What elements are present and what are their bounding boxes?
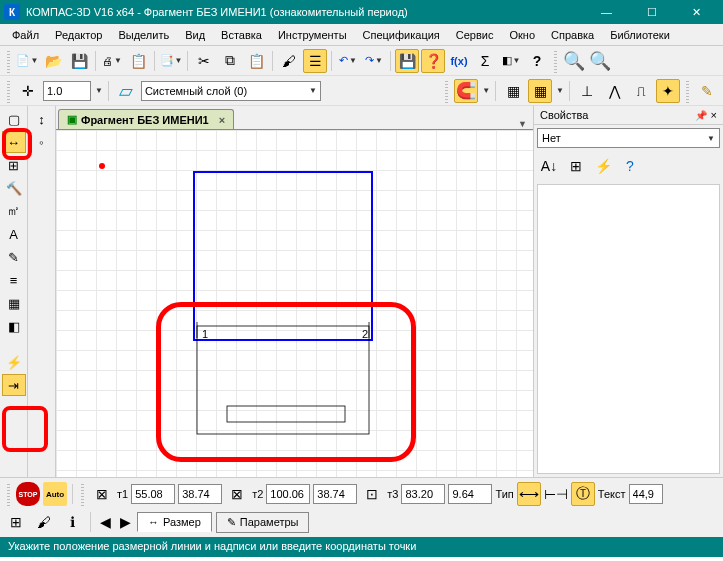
grip[interactable] xyxy=(7,482,10,506)
doc-tab-close[interactable]: × xyxy=(219,114,225,126)
menu-spec[interactable]: Спецификация xyxy=(355,24,448,45)
lt-list[interactable]: ≡ xyxy=(2,269,26,291)
doc-tab-active[interactable]: ▣ Фрагмент БЕЗ ИМЕНИ1 × xyxy=(58,109,234,129)
fx-button[interactable]: f(x) xyxy=(447,49,471,73)
lt-table[interactable]: ▦ xyxy=(2,292,26,314)
magnet-dropdown[interactable]: ▼ xyxy=(482,86,490,95)
bottom-brush-button[interactable]: 🖌 xyxy=(32,510,56,534)
grip[interactable] xyxy=(554,49,557,73)
t3-y-input[interactable] xyxy=(448,484,492,504)
lt-hammer[interactable]: 🔨 xyxy=(2,177,26,199)
bottom-tab-dimension[interactable]: ↔ Размер xyxy=(137,512,212,532)
params-button[interactable]: ☰ xyxy=(303,49,327,73)
lt2-vert[interactable]: ↕ xyxy=(30,108,54,130)
snap3-button[interactable]: ⎍ xyxy=(629,79,653,103)
lt2-point[interactable]: ◦ xyxy=(30,131,54,153)
grid-on-button[interactable]: ▦ xyxy=(528,79,552,103)
grip[interactable] xyxy=(445,79,448,103)
t3-x-input[interactable] xyxy=(401,484,445,504)
type1-button[interactable]: ⟷ xyxy=(517,482,541,506)
lt-lightning[interactable]: ⚡ xyxy=(2,351,26,373)
store1-button[interactable]: 💾 xyxy=(395,49,419,73)
lt-arrow[interactable]: ⇥ xyxy=(2,374,26,396)
type2-button[interactable]: ⊢⊣ xyxy=(544,482,568,506)
scale-dropdown[interactable]: ▼ xyxy=(95,86,103,95)
lt-draw[interactable]: ✎ xyxy=(2,246,26,268)
bottom-info-button[interactable]: ℹ xyxy=(60,510,84,534)
redo-button[interactable]: ↷▼ xyxy=(362,49,386,73)
magnet-button[interactable]: 🧲 xyxy=(454,79,478,103)
cut-button[interactable]: ✂ xyxy=(192,49,216,73)
zoom-in-button[interactable]: 🔍 xyxy=(562,49,586,73)
zoom-out-button[interactable]: 🔍 xyxy=(588,49,612,73)
paste-button[interactable]: 📋 xyxy=(244,49,268,73)
cross-button[interactable]: ✛ xyxy=(16,79,40,103)
grip[interactable] xyxy=(686,79,689,103)
undo-button[interactable]: ↶▼ xyxy=(336,49,360,73)
props-help-button[interactable]: ? xyxy=(618,154,642,178)
stop-button[interactable]: STOP xyxy=(16,482,40,506)
print-button[interactable]: 🖨▼ xyxy=(100,49,124,73)
t2-y-input[interactable] xyxy=(313,484,357,504)
props-pin-icon[interactable]: 📌 xyxy=(695,110,707,121)
menu-view[interactable]: Вид xyxy=(177,24,213,45)
bottom-grid-button[interactable]: ⊞ xyxy=(4,510,28,534)
new-button[interactable]: 📄▼ xyxy=(15,49,39,73)
layers-button[interactable]: ▱ xyxy=(114,79,138,103)
lt-grid[interactable]: ⊞ xyxy=(2,154,26,176)
menu-help[interactable]: Справка xyxy=(543,24,602,45)
menu-libs[interactable]: Библиотеки xyxy=(602,24,678,45)
lt-text[interactable]: A xyxy=(2,223,26,245)
auto-button[interactable]: Auto xyxy=(43,482,67,506)
props-filter-button[interactable]: ⚡ xyxy=(591,154,615,178)
save-button[interactable]: 💾 xyxy=(67,49,91,73)
edit-button[interactable]: ✎ xyxy=(695,79,719,103)
var-button[interactable]: Σ xyxy=(473,49,497,73)
props-sort-button[interactable]: A↓ xyxy=(537,154,561,178)
menu-editor[interactable]: Редактор xyxy=(47,24,110,45)
grip[interactable] xyxy=(81,482,84,506)
lt-dimension[interactable]: ↔ xyxy=(2,131,26,153)
snap1-button[interactable]: ⊥ xyxy=(575,79,599,103)
menu-file[interactable]: Файл xyxy=(4,24,47,45)
grid-off-button[interactable]: ▦ xyxy=(501,79,525,103)
open-button[interactable]: 📂 xyxy=(41,49,65,73)
layer-select[interactable]: Системный слой (0) ▼ xyxy=(141,81,321,101)
props-button[interactable]: 📑▼ xyxy=(159,49,183,73)
msg-button[interactable]: ◧▼ xyxy=(499,49,523,73)
lt-rect[interactable]: ▢ xyxy=(2,108,26,130)
brush-button[interactable]: 🖌 xyxy=(277,49,301,73)
t3-lock-icon[interactable]: ⊡ xyxy=(360,482,384,506)
t2-x-input[interactable] xyxy=(266,484,310,504)
help-button[interactable]: ? xyxy=(525,49,549,73)
t1-y-input[interactable] xyxy=(178,484,222,504)
store2-button[interactable]: ❓ xyxy=(421,49,445,73)
props-cat-button[interactable]: ⊞ xyxy=(564,154,588,178)
preview-button[interactable]: 📋 xyxy=(126,49,150,73)
menu-service[interactable]: Сервис xyxy=(448,24,502,45)
minimize-button[interactable]: — xyxy=(584,0,629,24)
lt-panel[interactable]: ◧ xyxy=(2,315,26,337)
maximize-button[interactable]: ☐ xyxy=(629,0,674,24)
t2-lock-icon[interactable]: ⊠ xyxy=(225,482,249,506)
type3-button[interactable]: Ⓣ xyxy=(571,482,595,506)
t1-x-input[interactable] xyxy=(131,484,175,504)
lt-area[interactable]: ㎡ xyxy=(2,200,26,222)
props-close-button[interactable]: × xyxy=(711,109,717,121)
menu-highlight[interactable]: Выделить xyxy=(110,24,177,45)
nav-next-button[interactable]: ▶ xyxy=(117,510,133,534)
nav-prev-button[interactable]: ◀ xyxy=(97,510,113,534)
t1-lock-icon[interactable]: ⊠ xyxy=(90,482,114,506)
copy-button[interactable]: ⧉ xyxy=(218,49,242,73)
tab-menu-button[interactable]: ▼ xyxy=(512,119,533,129)
bottom-tab-params[interactable]: ✎ Параметры xyxy=(216,512,310,533)
close-button[interactable]: ✕ xyxy=(674,0,719,24)
grip[interactable] xyxy=(7,79,10,103)
snap4-button[interactable]: ✦ xyxy=(656,79,680,103)
drawing-canvas[interactable]: 1 2 xyxy=(56,130,533,477)
grip[interactable] xyxy=(7,49,10,73)
menu-tools[interactable]: Инструменты xyxy=(270,24,355,45)
menu-window[interactable]: Окно xyxy=(501,24,543,45)
text-input[interactable] xyxy=(629,484,663,504)
snap2-button[interactable]: ⋀ xyxy=(602,79,626,103)
